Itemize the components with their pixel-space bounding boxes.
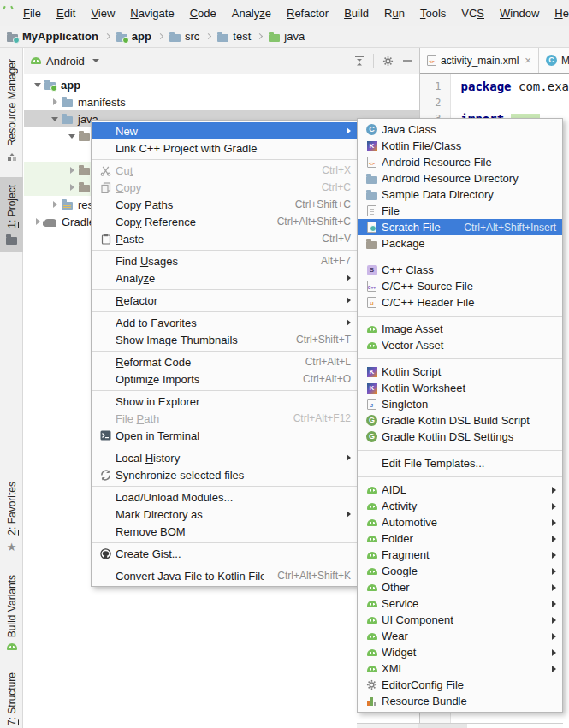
menubar-item-run[interactable]: Run	[376, 7, 412, 20]
new-submenu-item-widget[interactable]: Widget	[358, 644, 562, 660]
context-menu-item-refactor[interactable]: Refactor	[92, 292, 357, 309]
folder-icon	[62, 116, 73, 124]
context-menu-item-add-to-favorites[interactable]: Add to Favorites	[92, 314, 357, 331]
context-menu-item-create-gist[interactable]: Create Gist...	[92, 545, 357, 562]
new-submenu-item-kotlin-file-class[interactable]: KKotlin File/Class	[358, 138, 562, 154]
close-icon[interactable]: ×	[525, 54, 531, 67]
context-menu-item-cut[interactable]: CutCtrl+X	[92, 162, 357, 179]
new-submenu-item-java-class[interactable]: CJava Class	[358, 121, 562, 138]
new-submenu-item-scratch-file[interactable]: Scratch FileCtrl+Alt+Shift+Insert	[358, 219, 562, 235]
tree-row-manifests[interactable]: manifests	[24, 93, 419, 110]
submenu-arrow-icon	[552, 633, 556, 640]
new-submenu-item-kotlin-script[interactable]: KKotlin Script	[358, 364, 562, 380]
collapsed-arrow-icon[interactable]	[48, 98, 62, 105]
new-submenu-item-c-class[interactable]: SC++ Class	[358, 262, 562, 278]
new-submenu-item-package[interactable]: Package	[358, 235, 562, 252]
breadcrumb-item-app[interactable]: app	[116, 30, 151, 43]
new-submenu-item-c-c-source-file[interactable]: C++C/C++ Source File	[358, 278, 562, 294]
context-menu-item-mark-directory-as[interactable]: Mark Directory as	[92, 506, 357, 523]
new-submenu-item-folder[interactable]: Folder	[358, 530, 562, 547]
new-submenu-item-gradle-kotlin-dsl-settings[interactable]: GGradle Kotlin DSL Settings	[358, 429, 562, 445]
new-submenu-item-kotlin-worksheet[interactable]: KKotlin Worksheet	[358, 380, 562, 396]
tree-row-app[interactable]: app	[24, 76, 419, 93]
context-menu-item-open-in-terminal[interactable]: Open in Terminal	[92, 427, 357, 444]
new-submenu-item-wear[interactable]: Wear	[358, 628, 562, 644]
menubar-item-analyze[interactable]: Analyze	[224, 7, 279, 20]
new-submenu-item-edit-file-templates[interactable]: Edit File Templates...	[358, 455, 562, 471]
menubar-item-code[interactable]: Code	[182, 7, 224, 20]
context-menu-item-load-unload-modules[interactable]: Load/Unload Modules...	[92, 488, 357, 506]
context-menu-item-synchronize-selected-files[interactable]: Synchronize selected files	[92, 466, 357, 483]
new-submenu-item-image-asset[interactable]: Image Asset	[358, 321, 562, 337]
new-submenu-item-fragment[interactable]: Fragment	[358, 547, 562, 563]
breadcrumb-item-java[interactable]: java	[269, 30, 305, 43]
stripe-tab-1-project[interactable]: 1: Project	[0, 177, 23, 252]
context-menu-item-copy[interactable]: CopyCtrl+C	[92, 179, 357, 196]
menubar-item-vcs[interactable]: VCS	[453, 7, 492, 20]
collapsed-arrow-icon[interactable]	[65, 184, 79, 191]
context-menu-item-optimize-imports[interactable]: Optimize ImportsCtrl+Alt+O	[92, 370, 357, 388]
context-menu-item-local-history[interactable]: Local History	[92, 449, 357, 466]
new-submenu-item-service[interactable]: Service	[358, 595, 562, 612]
breadcrumb-item-myapplication[interactable]: MyApplication	[7, 30, 98, 43]
menubar-item-help[interactable]: Help	[547, 7, 569, 20]
breadcrumb-item-src[interactable]: src	[169, 30, 199, 43]
context-menu-item-file-path[interactable]: File PathCtrl+Alt+F12	[92, 410, 357, 427]
context-menu-item-analyze[interactable]: Analyze	[92, 269, 357, 287]
menubar-item-tools[interactable]: Tools	[412, 7, 453, 20]
settings-icon[interactable]	[382, 56, 394, 67]
new-submenu-item-gradle-kotlin-dsl-build-script[interactable]: GGradle Kotlin DSL Build Script	[358, 412, 562, 429]
context-menu-item-show-image-thumbnails[interactable]: Show Image ThumbnailsCtrl+Shift+T	[92, 331, 357, 348]
new-submenu-item-sample-data-directory[interactable]: Sample Data Directory	[358, 186, 562, 203]
menubar-item-file[interactable]: File	[15, 7, 49, 20]
expanded-arrow-icon[interactable]	[65, 134, 79, 139]
editor-tab-activity-main-xml[interactable]: <>activity_main.xml×	[420, 48, 539, 73]
new-submenu-item-google[interactable]: Google	[358, 563, 562, 579]
new-submenu-item-android-resource-directory[interactable]: Android Resource Directory	[358, 170, 562, 186]
hide-icon[interactable]	[402, 56, 412, 66]
new-submenu-item-activity[interactable]: Activity	[358, 498, 562, 514]
menubar-item-build[interactable]: Build	[336, 7, 376, 20]
stripe-tab-build-variants[interactable]: Build Variants	[0, 567, 23, 658]
context-menu-item-paste[interactable]: PasteCtrl+V	[92, 230, 357, 247]
context-menu-item-show-in-explorer[interactable]: Show in Explorer	[92, 393, 357, 410]
new-submenu-item-ui-component[interactable]: UI Component	[358, 612, 562, 628]
new-submenu-item-vector-asset[interactable]: Vector Asset	[358, 337, 562, 353]
new-submenu-item-xml[interactable]: XML	[358, 660, 562, 677]
context-menu-item-new[interactable]: New	[92, 122, 357, 139]
collapsed-arrow-icon[interactable]	[65, 167, 79, 174]
new-submenu-item-editorconfig-file[interactable]: EditorConfig File	[358, 677, 562, 693]
context-menu-item-convert-java-file-to-kotlin-file[interactable]: Convert Java File to Kotlin FileCtrl+Alt…	[92, 567, 357, 584]
context-menu-item-remove-bom[interactable]: Remove BOM	[92, 523, 357, 540]
new-submenu-item-resource-bundle[interactable]: Resource Bundle	[358, 693, 562, 709]
new-submenu-item-c-c-header-file[interactable]: HC/C++ Header File	[358, 294, 562, 311]
expanded-arrow-icon[interactable]	[48, 117, 62, 121]
new-submenu-item-android-resource-file[interactable]: <>Android Resource File	[358, 154, 562, 170]
project-view-selector[interactable]: Android	[46, 55, 85, 68]
stripe-tab-7-structure[interactable]: 7: Structure	[0, 665, 23, 728]
menubar-item-window[interactable]: Window	[492, 7, 547, 20]
menubar-item-navigate[interactable]: Navigate	[122, 7, 181, 20]
menubar-item-edit[interactable]: Edit	[49, 7, 83, 20]
context-menu-item-link-c-project-with-gradle[interactable]: Link C++ Project with Gradle	[92, 139, 357, 157]
label: Paste	[116, 233, 308, 246]
menubar-item-view[interactable]: View	[83, 7, 122, 20]
new-submenu-item-singleton[interactable]: JSingleton	[358, 396, 562, 412]
new-submenu-item-other[interactable]: Other	[358, 579, 562, 595]
new-submenu-item-automotive[interactable]: Automotive	[358, 514, 562, 530]
menubar-item-refactor[interactable]: Refactor	[279, 7, 336, 20]
context-menu-item-copy-paths[interactable]: Copy PathsCtrl+Shift+C	[92, 196, 357, 213]
breadcrumb-item-test[interactable]: test	[217, 30, 251, 43]
terminal-icon	[100, 430, 111, 441]
context-menu-item-reformat-code[interactable]: Reformat CodeCtrl+Alt+L	[92, 353, 357, 370]
stripe-tab-resource-manager[interactable]: Resource Manager	[0, 51, 23, 170]
editor-tab-m[interactable]: CM	[539, 48, 569, 73]
context-menu-item-copy-reference[interactable]: Copy ReferenceCtrl+Alt+Shift+C	[92, 213, 357, 230]
collapsed-arrow-icon[interactable]	[48, 201, 62, 208]
context-menu-item-find-usages[interactable]: Find UsagesAlt+F7	[92, 252, 357, 269]
stripe-tab-2-favorites[interactable]: 2: Favorites★	[0, 474, 23, 560]
collapse-all-icon[interactable]	[354, 56, 365, 66]
new-submenu-item-file[interactable]: File	[358, 203, 562, 219]
new-submenu-item-aidl[interactable]: AIDL	[358, 482, 562, 498]
expanded-arrow-icon[interactable]	[31, 83, 44, 87]
